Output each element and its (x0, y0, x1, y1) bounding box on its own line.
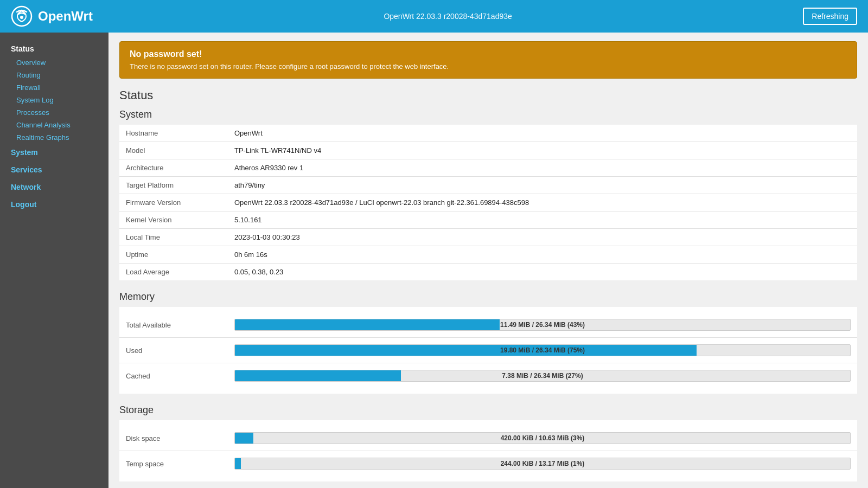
storage-row: Temp space 244.00 KiB / 13.17 MiB (1%) (119, 451, 857, 476)
row-label: Hostname (119, 125, 228, 142)
sidebar-item-overview[interactable]: Overview (0, 56, 108, 69)
table-row: Firmware VersionOpenWrt 22.03.3 r20028-4… (119, 194, 857, 211)
system-info-table: HostnameOpenWrtModelTP-Link TL-WR741N/ND… (119, 125, 857, 280)
sidebar-item-logout[interactable]: Logout (0, 196, 108, 213)
memory-section-title: Memory (119, 291, 857, 303)
table-row: Uptime0h 6m 16s (119, 246, 857, 264)
header: OpenWrt OpenWrt 22.03.3 r20028-43d71ad93… (0, 0, 868, 33)
row-value: ath79/tiny (228, 177, 857, 194)
row-value: Atheros AR9330 rev 1 (228, 159, 857, 177)
sidebar-item-channel-analysis[interactable]: Channel Analysis (0, 119, 108, 131)
table-row: ArchitectureAtheros AR9330 rev 1 (119, 159, 857, 177)
row-label: Kernel Version (119, 211, 228, 229)
header-logo: OpenWrt (11, 5, 93, 27)
memory-row: Cached 7.38 MiB / 26.34 MiB (27%) (119, 363, 857, 388)
sidebar-item-network[interactable]: Network (0, 178, 108, 196)
header-version-text: OpenWrt 22.03.3 r20028-43d71ad93e (384, 12, 512, 21)
progress-label: Temp space (119, 455, 228, 472)
row-value: 0.05, 0.38, 0.23 (228, 264, 857, 281)
svg-point-1 (20, 16, 23, 19)
progress-label: Disk space (119, 430, 228, 447)
sidebar-status-header: Status (0, 41, 108, 56)
row-value: 0h 6m 16s (228, 246, 857, 264)
table-row: Kernel Version5.10.161 (119, 211, 857, 229)
table-row: ModelTP-Link TL-WR741N/ND v4 (119, 142, 857, 159)
table-row: Target Platformath79/tiny (119, 177, 857, 194)
row-label: Architecture (119, 159, 228, 177)
system-section-title: System (119, 109, 857, 120)
row-label: Uptime (119, 246, 228, 264)
progress-text: 7.38 MiB / 26.34 MiB (27%) (235, 372, 850, 380)
warning-title: No password set! (130, 49, 847, 59)
table-row: HostnameOpenWrt (119, 125, 857, 142)
warning-banner: No password set! There is no password se… (119, 41, 857, 79)
sidebar-item-routing[interactable]: Routing (0, 69, 108, 81)
main-layout: Status Overview Routing Firewall System … (0, 33, 868, 488)
row-value: OpenWrt (228, 125, 857, 142)
status-section-title: Status (119, 88, 857, 102)
content-area: No password set! There is no password se… (108, 33, 868, 488)
header-app-title: OpenWrt (38, 9, 93, 24)
progress-label: Total Available (119, 317, 228, 333)
storage-section: Disk space 420.00 KiB / 10.63 MiB (3%) T… (119, 420, 857, 481)
progress-container: 244.00 KiB / 13.17 MiB (1%) (234, 458, 851, 470)
progress-label: Used (119, 342, 228, 359)
progress-container: 7.38 MiB / 26.34 MiB (27%) (234, 370, 851, 382)
sidebar-item-realtime-graphs[interactable]: Realtime Graphs (0, 131, 108, 144)
row-label: Load Average (119, 264, 228, 281)
memory-row: Total Available 11.49 MiB / 26.34 MiB (4… (119, 312, 857, 338)
row-label: Local Time (119, 229, 228, 246)
progress-label: Cached (119, 368, 228, 384)
sidebar-item-services[interactable]: Services (0, 161, 108, 178)
warning-text: There is no password set on this router.… (130, 62, 847, 70)
progress-text: 244.00 KiB / 13.17 MiB (1%) (235, 460, 850, 467)
progress-text: 11.49 MiB / 26.34 MiB (43%) (235, 321, 850, 329)
row-label: Target Platform (119, 177, 228, 194)
row-value: OpenWrt 22.03.3 r20028-43d71ad93e / LuCI… (228, 194, 857, 211)
sidebar: Status Overview Routing Firewall System … (0, 33, 108, 488)
progress-text: 420.00 KiB / 10.63 MiB (3%) (235, 434, 850, 442)
memory-section: Total Available 11.49 MiB / 26.34 MiB (4… (119, 307, 857, 394)
table-row: Local Time2023-01-03 00:30:23 (119, 229, 857, 246)
row-value: 5.10.161 (228, 211, 857, 229)
sidebar-item-system[interactable]: System (0, 144, 108, 161)
progress-text: 19.80 MiB / 26.34 MiB (75%) (235, 346, 850, 354)
row-label: Model (119, 142, 228, 159)
row-value: TP-Link TL-WR741N/ND v4 (228, 142, 857, 159)
table-row: Load Average0.05, 0.38, 0.23 (119, 264, 857, 281)
sidebar-item-firewall[interactable]: Firewall (0, 81, 108, 94)
openwrt-logo-icon (11, 5, 33, 27)
progress-container: 19.80 MiB / 26.34 MiB (75%) (234, 344, 851, 356)
storage-row: Disk space 420.00 KiB / 10.63 MiB (3%) (119, 426, 857, 451)
sidebar-item-processes[interactable]: Processes (0, 106, 108, 119)
row-value: 2023-01-03 00:30:23 (228, 229, 857, 246)
progress-container: 420.00 KiB / 10.63 MiB (3%) (234, 432, 851, 444)
storage-section-title: Storage (119, 404, 857, 416)
row-label: Firmware Version (119, 194, 228, 211)
refreshing-button[interactable]: Refreshing (803, 8, 857, 25)
memory-row: Used 19.80 MiB / 26.34 MiB (75%) (119, 338, 857, 363)
progress-container: 11.49 MiB / 26.34 MiB (43%) (234, 319, 851, 331)
sidebar-item-system-log[interactable]: System Log (0, 94, 108, 106)
